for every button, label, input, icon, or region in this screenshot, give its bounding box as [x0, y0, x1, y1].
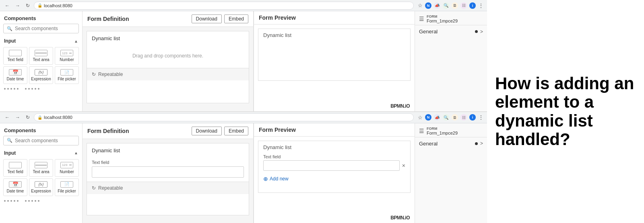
form-group-label-bottom: Dynamic list — [87, 143, 249, 156]
menu-icon-bottom[interactable]: ⋮ — [478, 114, 484, 121]
star-icon-bottom[interactable]: ☆ — [418, 115, 423, 121]
collapse-btn-bottom[interactable]: ▲ — [74, 151, 78, 155]
search-box-top[interactable]: 🔍 — [3, 24, 79, 33]
text-field-icon-bottom — [9, 162, 22, 168]
props-header-top: ☰ FORM Form_1mpce29 — [415, 11, 487, 25]
form-preview-bottom: Form Preview Dynamic list Text field × ⊕… — [254, 123, 415, 223]
comp-expression-top[interactable]: {fx} Expression — [29, 66, 53, 84]
comp-text-area-bottom[interactable]: Text area — [29, 159, 53, 177]
comp-number-bottom[interactable]: 123 Number — [55, 159, 79, 177]
ext2-icon-top: 🔍 — [443, 2, 449, 9]
preview-group-label-bottom: Dynamic list — [258, 141, 410, 152]
n-icon-top: N — [425, 2, 431, 9]
bpmn-logo-top: BPMN.iO — [390, 103, 410, 109]
props-chevron-top: > — [480, 29, 483, 35]
form-container-bottom: Dynamic list Text field ↻ Repeatable — [87, 143, 249, 215]
file-picker-icon-bottom: 📄 — [60, 181, 73, 188]
embed-btn-top[interactable]: Embed — [224, 14, 248, 23]
props-menu-icon-top: ☰ — [419, 16, 424, 22]
input-section-top: Input ▲ — [0, 37, 82, 45]
form-preview-header-top: Form Preview — [254, 11, 415, 25]
number-icon-top: 123 — [60, 50, 73, 56]
browser-icons-bottom: ☆ N 📣 🔍 🗎 ☷ i ⋮ — [418, 114, 484, 121]
dots-row-top — [0, 86, 82, 92]
forward-button-top[interactable]: → — [14, 2, 22, 9]
add-new-btn-bottom[interactable]: ⊕ Add new — [258, 173, 293, 184]
props-header-bottom: ☰ FORM Form_1mpce29 — [415, 123, 487, 137]
props-general-bottom[interactable]: General > — [415, 137, 487, 150]
search-input-bottom[interactable] — [15, 138, 75, 143]
form-canvas-top: Dynamic list Drag and drop components he… — [83, 27, 253, 111]
props-title-bottom: FORM Form_1mpce29 — [427, 127, 458, 135]
preview-container-bottom: Dynamic list Text field × ⊕ Add new — [258, 141, 411, 193]
menu-icon-top[interactable]: ⋮ — [478, 2, 484, 9]
form-def-title-top: Form Definition — [87, 16, 129, 22]
add-new-plus-icon: ⊕ — [263, 176, 268, 182]
component-grid-bottom: Text field Text area 123 Number — [0, 158, 82, 198]
right-panel: How is adding an element to a dynamic li… — [487, 0, 644, 223]
download-btn-bottom[interactable]: Download — [192, 127, 222, 135]
refresh-button-bottom[interactable]: ↻ — [24, 114, 31, 121]
bpmn-logo-bottom: BPMN.iO — [390, 215, 410, 221]
address-bar-bottom[interactable]: 🔒 localhost:8080 — [34, 113, 414, 121]
form-definition-bottom: Form Definition Download Embed Dynamic l… — [83, 123, 254, 223]
form-canvas-bottom: Dynamic list Text field ↻ Repeatable — [83, 139, 253, 223]
ext4-icon-bottom: ☷ — [460, 114, 467, 121]
preview-field-label-bottom: Text field — [263, 154, 405, 159]
delete-btn-bottom[interactable]: × — [402, 162, 405, 169]
props-title-top: FORM Form_1mpce29 — [427, 14, 458, 23]
forward-button-bottom[interactable]: → — [14, 114, 22, 121]
props-menu-icon-bottom: ☰ — [419, 128, 424, 134]
ext1-icon-top: 📣 — [434, 2, 440, 9]
props-general-top[interactable]: General > — [415, 25, 487, 38]
preview-canvas-bottom: Dynamic list Text field × ⊕ Add new BPMN… — [254, 137, 415, 223]
preview-field-input-bottom[interactable] — [263, 160, 400, 171]
back-button-bottom[interactable]: ← — [3, 114, 11, 121]
search-icon-top: 🔍 — [7, 26, 12, 31]
screenshot-bottom: Components 🔍 Input ▲ Text field — [0, 123, 487, 223]
comp-text-field-top[interactable]: Text field — [3, 47, 27, 65]
search-icon-bottom: 🔍 — [7, 138, 12, 143]
search-input-top[interactable] — [15, 26, 75, 31]
comp-number-top[interactable]: 123 Number — [55, 47, 79, 65]
browser-chrome-top: ← → ↻ 🔒 localhost:8080 ☆ N 📣 🔍 🗎 ☷ i ⋮ — [0, 0, 487, 11]
form-def-title-bottom: Form Definition — [87, 128, 129, 134]
search-box-bottom[interactable]: 🔍 — [3, 136, 79, 145]
form-field-input-bottom[interactable] — [92, 166, 244, 178]
dots-row-bottom — [0, 198, 82, 204]
download-btn-top[interactable]: Download — [192, 14, 222, 23]
comp-expression-bottom[interactable]: {fx} Expression — [29, 178, 53, 196]
n-icon-bottom: N — [425, 114, 431, 121]
comp-date-time-top[interactable]: 📅 Date time — [3, 66, 27, 84]
comp-text-field-bottom[interactable]: Text field — [3, 159, 27, 177]
sidebar-header-top: Components — [0, 11, 82, 24]
input-section-bottom: Input ▲ — [0, 149, 82, 158]
collapse-btn-top[interactable]: ▲ — [74, 39, 78, 43]
embed-btn-bottom[interactable]: Embed — [224, 127, 248, 135]
address-bar-top[interactable]: 🔒 localhost:8080 — [34, 2, 414, 10]
form-drop-area-top[interactable]: Drag and drop components here. — [87, 44, 249, 68]
back-button-top[interactable]: ← — [3, 2, 11, 9]
comp-file-picker-top[interactable]: 📄 File picker — [55, 66, 79, 84]
sidebar-header-bottom: Components — [0, 123, 82, 136]
comp-file-picker-bottom[interactable]: 📄 File picker — [55, 178, 79, 196]
props-chevron-bottom: > — [480, 141, 483, 146]
comp-text-area-top[interactable]: Text area — [29, 47, 53, 65]
browser-chrome-bottom: ← → ↻ 🔒 localhost:8080 ☆ N 📣 🔍 🗎 ☷ i ⋮ — [0, 112, 487, 123]
repeat-icon-top: ↻ — [92, 72, 96, 77]
repeat-icon-bottom: ↻ — [92, 185, 96, 191]
form-container-top: Dynamic list Drag and drop components he… — [87, 31, 249, 103]
sidebar-top: Components 🔍 Input ▲ Text field — [0, 11, 83, 111]
ext3-icon-top: 🗎 — [452, 2, 458, 9]
sidebar-bottom: Components 🔍 Input ▲ Text field — [0, 123, 83, 223]
url-top: localhost:8080 — [44, 3, 72, 8]
star-icon-top[interactable]: ☆ — [418, 2, 423, 8]
preview-field-row-bottom: × — [263, 160, 405, 171]
refresh-button-top[interactable]: ↻ — [24, 2, 31, 9]
preview-container-top: Dynamic list — [258, 29, 411, 81]
text-area-icon-top — [35, 50, 47, 56]
screenshot-top: Components 🔍 Input ▲ Text field — [0, 11, 487, 112]
props-dot-top — [475, 30, 478, 33]
comp-date-time-bottom[interactable]: 📅 Date time — [3, 178, 27, 196]
ext3-icon-bottom: 🗎 — [452, 114, 458, 121]
